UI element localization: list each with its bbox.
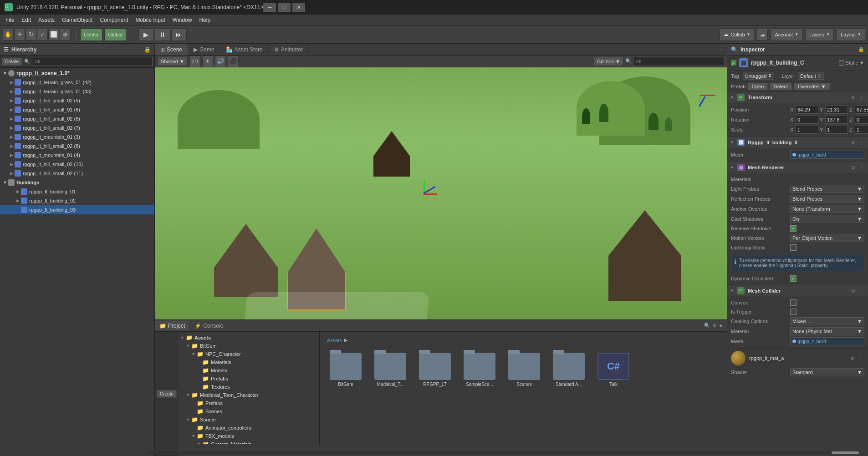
proj-materials[interactable]: 📁 Materials [179, 358, 319, 366]
pause-button[interactable]: ⏸ [155, 28, 170, 41]
effects-toggle[interactable]: ⬛ [228, 56, 239, 67]
scale-tool[interactable]: ⤢ [37, 29, 48, 41]
gizmos-dropdown[interactable]: Gizmos ▼ [594, 57, 623, 66]
hierarchy-item-1[interactable]: ▶ rpgpp_lt_terrain_grass_01 (43) [0, 87, 154, 96]
step-button[interactable]: ⏭ [171, 28, 187, 41]
asset-scenes[interactable]: Scenes [504, 351, 545, 389]
menu-window[interactable]: Window [169, 16, 196, 24]
anchor-override-dropdown[interactable]: None (Transform ▼ [790, 205, 864, 213]
hierarchy-item-5[interactable]: ▶ rpgpp_lt_hill_small_02 (7) [0, 123, 154, 132]
proj-custom-materials[interactable]: ▼ 📁 Custom_Materials [179, 440, 319, 444]
project-search-icon[interactable]: 🔍 [704, 323, 710, 329]
menu-mobile-input[interactable]: Mobile Input [132, 16, 168, 24]
motion-vectors-dropdown[interactable]: Per Object Motion ▼ [790, 234, 864, 242]
menu-file[interactable]: File [2, 16, 18, 24]
project-tab-project[interactable]: 📁 Project [155, 321, 190, 330]
hierarchy-item-2[interactable]: ▶ rpgpp_lt_hill_small_02 (5) [0, 96, 154, 105]
dynamic-occluded-checkbox[interactable]: ✓ [790, 275, 797, 282]
mesh-filter-header[interactable]: ▼ ⬜ Rpgpp_lt_building_0 ⚙ ⋮ [727, 137, 868, 148]
buildings-folder-item[interactable]: ▼ Buildings [0, 178, 154, 187]
rot-y-input[interactable] [825, 116, 848, 124]
rot-x-input[interactable] [796, 116, 818, 124]
scene-minimize-button[interactable]: ─ [716, 44, 727, 55]
hierarchy-item-8[interactable]: ▶ rpgpp_lt_mountain_01 (4) [0, 151, 154, 160]
asset-rpgpp[interactable]: RPGPP_LT [414, 351, 455, 389]
menu-edit[interactable]: Edit [18, 16, 35, 24]
pivot-global-button[interactable]: Global [104, 28, 126, 41]
mesh-collider-settings-icon[interactable]: ⚙ [850, 288, 857, 294]
proj-med-prefabs[interactable]: 📁 Prefabs [179, 399, 319, 407]
proj-bitgem[interactable]: ▼ 📁 BitGem [179, 342, 319, 350]
scene-search-input[interactable] [633, 57, 724, 66]
scale-y-input[interactable] [825, 126, 848, 134]
prefab-open-button[interactable]: Open [747, 83, 768, 90]
receive-shadows-checkbox[interactable]: ✓ [790, 225, 797, 232]
audio-toggle[interactable]: 🔊 [215, 56, 226, 67]
scale-z-input[interactable] [855, 126, 868, 134]
project-create-button[interactable]: Create [157, 390, 177, 398]
account-button[interactable]: Account ▼ [771, 28, 802, 41]
hierarchy-item-14[interactable]: rpgpp_lt_building_03 [0, 205, 154, 214]
object-enable-checkbox[interactable]: ✓ [731, 60, 736, 66]
shader-dropdown[interactable]: Standard ▼ [790, 368, 864, 376]
cast-shadows-dropdown[interactable]: On ▼ [790, 215, 864, 223]
proj-med-scenes[interactable]: 📁 Scenes [179, 407, 319, 415]
proj-animator[interactable]: 📁 Animator_controllers [179, 424, 319, 432]
project-action-icon-1[interactable]: ⚙ [712, 323, 717, 329]
inspector-lock-icon[interactable]: 🔒 [858, 46, 864, 52]
pos-y-input[interactable] [825, 106, 848, 114]
play-button[interactable]: ▶ [138, 28, 154, 41]
asset-talk[interactable]: C# Talk [593, 351, 634, 389]
hierarchy-lock-icon[interactable]: 🔒 [144, 46, 151, 53]
mesh-renderer-header[interactable]: ▼ ▦ Mesh Renderer ⚙ ⋮ [727, 162, 868, 173]
scene-tab-scene[interactable]: ⊞ Scene [155, 44, 188, 55]
tag-dropdown[interactable]: Untagged ⇕ [743, 72, 775, 80]
move-tool[interactable]: ✛ [14, 29, 25, 41]
collider-material-dropdown[interactable]: None (Physic Mat ▼ [790, 327, 864, 335]
window-controls[interactable]: ─ □ ✕ [263, 3, 305, 12]
light-probes-dropdown[interactable]: Blend Probes ▼ [790, 185, 864, 193]
minimize-button[interactable]: ─ [263, 3, 276, 12]
mesh-filter-mesh-value[interactable]: rpgpp_lt_build [790, 151, 864, 159]
rect-tool[interactable]: ⬜ [48, 29, 59, 41]
hierarchy-item-9[interactable]: ▶ rpgpp_lt_hill_small_02 (10) [0, 160, 154, 169]
convex-checkbox[interactable] [790, 299, 797, 306]
prefab-overrides-button[interactable]: Overrides ▼ [794, 83, 830, 90]
proj-fbx-models[interactable]: ▼ 📁 FBX_models [179, 432, 319, 440]
shading-dropdown[interactable]: Shaded ▼ [158, 57, 188, 66]
menu-component[interactable]: Component [96, 16, 132, 24]
proj-models[interactable]: 📁 Models [179, 366, 319, 375]
mat-dots-icon[interactable]: ⋮ [857, 355, 864, 361]
mesh-renderer-settings-icon[interactable]: ⚙ [850, 165, 857, 171]
static-toggle[interactable]: Static ▼ [839, 60, 864, 66]
mesh-filter-settings-icon[interactable]: ⚙ [850, 140, 857, 146]
mesh-renderer-dots-icon[interactable]: ⋮ [858, 165, 865, 171]
proj-npc-character[interactable]: ▼ 📁 NPC_Character [179, 350, 319, 358]
mat-settings-icon[interactable]: ⚙ [849, 355, 856, 361]
hierarchy-item-6[interactable]: ▶ rpgpp_lt_mountain_01 (3) [0, 132, 154, 142]
transform-settings-icon[interactable]: ⚙ [850, 95, 857, 101]
reflection-probes-dropdown[interactable]: Blend Probes ▼ [790, 195, 864, 203]
maximize-button[interactable]: □ [278, 3, 291, 12]
collab-button[interactable]: ☁ Collab ▼ [720, 28, 754, 41]
asset-bitgem[interactable]: BitGem [325, 351, 366, 389]
scale-x-input[interactable] [796, 126, 818, 134]
prefab-select-button[interactable]: Select [770, 83, 792, 90]
static-checkbox[interactable] [839, 60, 844, 66]
menu-assets[interactable]: Assets [35, 16, 58, 24]
pivot-center-button[interactable]: Center [80, 28, 102, 41]
transform-header[interactable]: ▼ ⟳ Transform ⚙ ⋮ [727, 92, 868, 103]
hierarchy-item-3[interactable]: ▶ rpgpp_lt_hill_small_01 (6) [0, 105, 154, 114]
close-button[interactable]: ✕ [292, 3, 305, 12]
lightmap-static-checkbox[interactable] [790, 244, 797, 251]
scene-view-canvas[interactable] [155, 67, 727, 319]
hierarchy-item-4[interactable]: ▶ rpgpp_lt_hill_small_02 (6) [0, 114, 154, 123]
asset-standard-a[interactable]: Standard A... [548, 351, 589, 389]
proj-assets-root[interactable]: ▼ 📁 Assets [179, 334, 319, 342]
project-tab-console[interactable]: ⚡ Console [190, 321, 228, 330]
proj-prefabs[interactable]: 📁 Prefabs [179, 375, 319, 383]
rotate-tool[interactable]: ↻ [26, 29, 36, 41]
hierarchy-item-10[interactable]: ▶ rpgpp_lt_hill_small_02 (11) [0, 169, 154, 178]
hierarchy-item-7[interactable]: ▶ rpgpp_lt_hill_small_02 (8) [0, 142, 154, 151]
layer-dropdown[interactable]: Default ⇕ [798, 72, 824, 80]
